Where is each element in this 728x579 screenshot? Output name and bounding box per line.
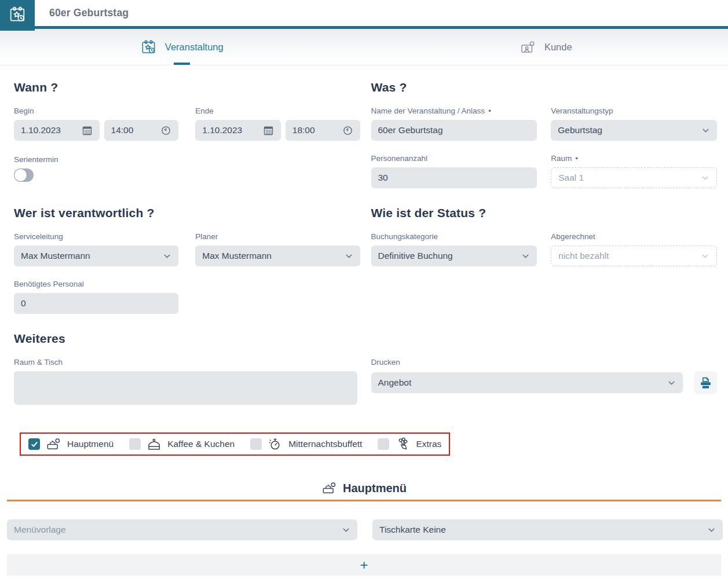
event-calendar-logo-icon xyxy=(0,0,35,31)
chevron-down-icon xyxy=(701,174,709,182)
drucken-value: Angebot xyxy=(378,378,412,388)
extras-checkbox[interactable] xyxy=(378,438,389,450)
veranstaltungstyp-label: Veranstaltungstyp xyxy=(551,107,717,116)
planer-label: Planer xyxy=(195,232,360,241)
hauptmenu-section-title: Hauptmenü xyxy=(343,481,407,496)
serving-tray-icon xyxy=(46,437,61,452)
begin-label: Begin xyxy=(14,107,178,116)
serviceleitung-select[interactable]: Max Mustermann xyxy=(14,245,178,266)
raum-select[interactable]: Saal 1 xyxy=(551,167,717,188)
module-extras: Extras xyxy=(378,437,441,452)
section-wann: Wann ? Begin 1.10.2023 xyxy=(14,65,360,188)
module-label: Hauptmenü xyxy=(67,439,114,449)
bouquet-icon xyxy=(395,437,410,452)
tischkarte-select[interactable]: Tischkarte Keine xyxy=(372,519,723,540)
tab-kunde[interactable]: Kunde xyxy=(518,29,575,65)
personenanzahl-value: 30 xyxy=(378,173,388,183)
begin-date-value: 1.10.2023 xyxy=(21,125,61,135)
module-label: Extras xyxy=(416,439,441,449)
begin-time-input[interactable]: 14:00 xyxy=(104,120,179,141)
hauptmenu-checkbox[interactable] xyxy=(28,438,40,450)
tab-veranstaltung[interactable]: Veranstaltung xyxy=(138,29,226,65)
ende-label: Ende xyxy=(195,107,360,116)
raum-label: Raum• xyxy=(551,154,717,163)
hauptmenu-controls: Menüvorlage Tischkarte Keine xyxy=(0,519,728,540)
personenanzahl-input[interactable]: 30 xyxy=(371,167,537,188)
planer-select[interactable]: Max Mustermann xyxy=(195,245,360,266)
ende-date-value: 1.10.2023 xyxy=(202,125,242,135)
toggle-knob xyxy=(14,169,27,181)
begin-date-input[interactable]: 1.10.2023 xyxy=(14,120,100,141)
tab-label: Kunde xyxy=(544,42,572,53)
serviceleitung-value: Max Mustermann xyxy=(21,251,90,261)
app-header: 60er Geburtstag xyxy=(0,0,728,29)
drucken-label: Drucken xyxy=(371,358,718,367)
personenanzahl-label: Personenanzahl xyxy=(371,154,537,163)
print-button[interactable] xyxy=(694,371,717,394)
raum-tisch-label: Raum & Tisch xyxy=(14,358,360,367)
section-title-verantwortlich: Wer ist verantwortlich ? xyxy=(14,206,360,220)
add-menu-item-button[interactable]: + xyxy=(7,554,721,576)
module-kaffee-kuchen: Kaffee & Kuchen xyxy=(129,437,235,452)
section-title-status: Wie ist der Status ? xyxy=(371,206,718,220)
section-title-wann: Wann ? xyxy=(14,80,360,94)
chevron-down-icon xyxy=(342,526,350,534)
module-hauptmenu: Hauptmenü xyxy=(28,437,114,452)
chevron-down-icon xyxy=(163,252,171,261)
serientermin-label: Serientermin xyxy=(14,155,360,164)
chevron-down-icon xyxy=(701,126,710,135)
section-title-was: Was ? xyxy=(371,80,718,94)
module-mitternachtsbuffett: Mitternachtsbuffett xyxy=(250,437,362,452)
personal-input[interactable]: 0 xyxy=(14,293,178,314)
section-weiteres: Weiteres Raum & Tisch xyxy=(14,314,360,405)
veranstaltungstyp-select[interactable]: Geburtstag xyxy=(551,120,717,141)
section-title-weiteres: Weiteres xyxy=(14,331,360,346)
mitternachtsbuffett-checkbox[interactable] xyxy=(250,438,262,450)
section-verantwortlich: Wer ist verantwortlich ? Serviceleitung … xyxy=(14,188,360,314)
menuevorlage-placeholder: Menüvorlage xyxy=(14,525,66,535)
drucken-select[interactable]: Angebot xyxy=(371,372,683,393)
tischkarte-value: Tischkarte Keine xyxy=(379,525,446,535)
menuevorlage-select[interactable]: Menüvorlage xyxy=(7,519,357,540)
planer-value: Max Mustermann xyxy=(202,251,272,261)
printer-icon xyxy=(699,376,712,390)
buchungskategorie-select[interactable]: Definitive Buchung xyxy=(371,245,537,266)
ende-time-value: 18:00 xyxy=(292,125,315,135)
module-label: Mitternachtsbuffett xyxy=(288,439,362,449)
required-marker: • xyxy=(575,154,578,163)
calendar-icon[interactable] xyxy=(263,125,274,136)
chevron-down-icon xyxy=(701,252,709,261)
ende-date-input[interactable]: 1.10.2023 xyxy=(195,120,281,141)
stopwatch-icon xyxy=(268,437,283,452)
ende-time-input[interactable]: 18:00 xyxy=(286,120,360,141)
clock-icon[interactable] xyxy=(160,125,171,136)
calendar-icon[interactable] xyxy=(82,125,93,136)
serientermin-toggle[interactable] xyxy=(14,168,34,182)
chevron-down-icon xyxy=(521,252,530,261)
chevron-down-icon xyxy=(707,526,716,534)
name-label: Name der Veranstaltung / Anlass• xyxy=(371,107,537,116)
event-form: Wann ? Begin 1.10.2023 xyxy=(0,65,728,456)
buchungskategorie-label: Buchungskategorie xyxy=(371,232,537,241)
personal-value: 0 xyxy=(21,298,26,309)
customer-icon xyxy=(520,39,536,55)
section-was: Was ? Name der Veranstaltung / Anlass• 6… xyxy=(371,65,718,188)
active-tab-underline xyxy=(174,63,190,65)
kaffee-kuchen-checkbox[interactable] xyxy=(129,438,141,450)
tab-label: Veranstaltung xyxy=(165,42,224,53)
raum-tisch-textarea[interactable] xyxy=(14,371,357,405)
required-marker: • xyxy=(488,107,491,116)
chevron-down-icon xyxy=(345,252,353,261)
module-toggle-row: Hauptmenü Kaffee & Kuchen xyxy=(20,433,450,456)
personal-label: Benötigtes Personal xyxy=(14,280,178,289)
abgerechnet-value: nicht bezahlt xyxy=(558,251,609,261)
clock-icon[interactable] xyxy=(342,125,353,136)
abgerechnet-label: Abgerechnet xyxy=(551,232,717,241)
event-calendar-icon xyxy=(141,39,156,55)
buchungskategorie-value: Definitive Buchung xyxy=(378,251,453,261)
module-label: Kaffee & Kuchen xyxy=(167,439,235,449)
abgerechnet-select[interactable]: nicht bezahlt xyxy=(551,245,717,266)
veranstaltungstyp-value: Geburtstag xyxy=(558,125,602,135)
serviceleitung-label: Serviceleitung xyxy=(14,232,178,241)
event-name-input[interactable]: 60er Geburtstag xyxy=(371,120,537,141)
